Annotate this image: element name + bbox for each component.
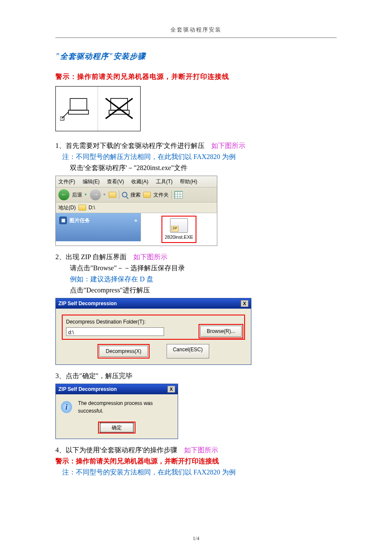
step4-note: 注：不同型号的安装方法相同，在此我们以 FAX2820 为例 [62,467,337,477]
ok-button[interactable]: 确定 [100,423,133,432]
dialog2-title: ZIP Self Decompression [58,385,117,393]
explorer-menu-bar: 文件(F) 编辑(E) 查看(V) 收藏(A) 工具(T) 帮助(H) [56,176,217,188]
close-icon[interactable]: X [241,300,248,307]
file-name[interactable]: 2820inst.EXE [165,234,193,241]
dialog-title: ZIP Self Decompression [58,300,117,307]
step4-hint: 如下图所示 [184,446,218,454]
step1-line2: 双击'全套驱动程序'－"2820inst.exe"文件 [70,163,337,173]
menu-file[interactable]: 文件(F) [58,179,75,185]
printer-unplug-illustration [60,91,93,126]
drive-icon [78,205,86,211]
step1-text: 1、首先需要对下载的'全套驱动程序'文件进行解压 [55,142,205,149]
toolbar-separator [119,191,119,199]
views-icon[interactable] [174,191,183,199]
page-number: 1/4 [0,535,392,542]
explorer-tasks-pane: ▦ 图片任务 » [56,213,141,241]
step4-warning: 警示：操作前请关闭兄弟机器电源，并断开打印连接线 [55,456,337,466]
browse-button[interactable]: Browse(R)... [200,326,242,337]
destination-input[interactable]: d:\ [66,327,164,336]
menu-help[interactable]: 帮助(H) [180,179,197,185]
search-icon[interactable] [122,192,128,198]
zip-decompress-dialog: ZIP Self Decompression X Decompress Dest… [55,298,251,365]
svg-rect-1 [68,110,88,114]
explorer-window: 文件(F) 编辑(E) 查看(V) 收藏(A) 工具(T) 帮助(H) ← 后退… [55,176,217,246]
folders-label[interactable]: 文件夹 [153,191,169,199]
menu-tools[interactable]: 工具(T) [156,179,173,185]
step2-text: 2、出现 ZIP 自解压界面 [55,253,127,260]
address-value[interactable]: D:\ [89,204,95,211]
step3-line: 3、点击"确定"，解压完毕 [55,371,337,381]
menu-favorites[interactable]: 收藏(A) [131,179,148,185]
file-item-highlight: 2820inst.EXE [161,216,197,243]
decompress-highlight: Decompress(X) [98,344,149,358]
dialog2-title-bar: ZIP Self Decompression X [56,384,178,394]
back-label[interactable]: 后退 [72,191,82,199]
explorer-toolbar: ← 后退 ▼ → ▼ 搜索 文件夹 [56,188,217,202]
info-icon: i [61,401,72,413]
svg-rect-0 [70,98,86,110]
step2-hint: 如下图所示 [133,253,167,260]
success-message: The decompression process was successful… [78,399,173,415]
step2-line3: 点击"Decompress"进行解压 [70,285,337,295]
printer-cross-illustration [102,91,136,126]
folders-icon[interactable] [143,192,151,198]
menu-edit[interactable]: 编辑(E) [83,179,100,185]
step1-note: 注：不同型号的解压方法相同，在此我们以 FAX2820 为例 [62,152,337,162]
forward-button-icon[interactable]: → [90,189,101,200]
toolbar-separator-2 [171,191,172,199]
cancel-button[interactable]: Cancel(ESC) [167,344,209,358]
step1-line1: 1、首先需要对下载的'全套驱动程序'文件进行解压 如下图所示 [55,141,337,151]
picture-tasks-icon: ▦ [59,217,67,224]
step4-text: 4、以下为使用'全套驱动程序'的操作步骤 [55,446,177,454]
step2-note: 例如：建议选择保存在 D 盘 [70,274,337,284]
explorer-address-bar: 地址(D) D:\ [56,202,217,213]
up-folder-icon[interactable] [109,192,116,198]
step2-line1: 2、出现 ZIP 自解压界面 如下图所示 [55,252,337,262]
address-label: 地址(D) [58,204,76,211]
decompress-button[interactable]: Decompress(X) [99,346,147,357]
dialog-title-bar: ZIP Self Decompression X [56,298,251,309]
step2-line2: 请点击"Browse"－－选择解压保存目录 [70,263,337,273]
close-icon-2[interactable]: X [167,386,175,393]
power-off-diagram [55,86,141,131]
forward-dropdown-icon[interactable]: ▼ [103,192,106,197]
back-dropdown-icon[interactable]: ▼ [84,192,87,197]
warning-line: 警示：操作前请关闭兄弟机器电源，并断开打印连接线 [55,72,337,82]
back-button-icon[interactable]: ← [58,189,69,200]
step4-line1: 4、以下为使用'全套驱动程序'的操作步骤 如下图所示 [55,445,337,455]
picture-tasks-label[interactable]: 图片任务 [69,217,90,224]
zip-file-icon[interactable] [170,218,188,233]
explorer-file-list: 2820inst.EXE [141,213,217,246]
page-header: 全套驱动程序安装 [55,26,337,38]
zip-success-dialog: ZIP Self Decompression X i The decompres… [55,384,178,439]
browse-highlight: Browse(R)... [199,324,243,338]
step1-hint: 如下图所示 [211,142,245,149]
search-label[interactable]: 搜索 [130,191,141,199]
ok-highlight: 确定 [98,422,135,434]
chevron-icon[interactable]: » [134,217,137,224]
menu-view[interactable]: 查看(V) [107,179,124,185]
doc-title: "全套驱动程序"安装步骤 [55,51,337,62]
